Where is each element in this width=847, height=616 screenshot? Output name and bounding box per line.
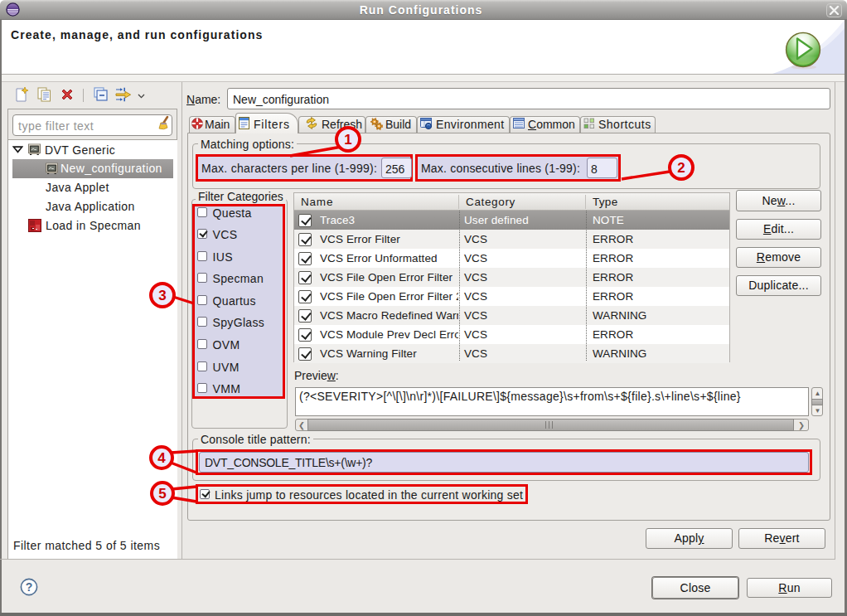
svg-text:?: ? [26, 580, 33, 594]
